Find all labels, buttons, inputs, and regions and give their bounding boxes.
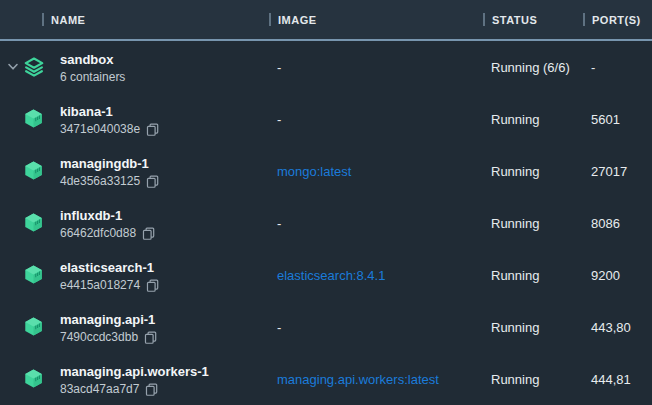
container-status: Running xyxy=(483,268,583,283)
container-ports: 8086 xyxy=(583,216,652,231)
copy-icon[interactable] xyxy=(145,383,158,396)
column-divider xyxy=(42,13,44,26)
name-text: managingdb-1 4de356a33125 xyxy=(60,154,159,189)
container-status: Running xyxy=(483,216,583,231)
container-id: 66462dfc0d88 xyxy=(60,226,136,241)
container-status: Running (6/6) xyxy=(483,60,583,75)
container-status: Running xyxy=(483,164,583,179)
container-ports: 443,80 xyxy=(583,320,652,335)
name-text: managing.api.workers-1 83acd47aa7d7 xyxy=(60,362,209,397)
name-text: elasticsearch-1 e4415a018274 xyxy=(60,258,159,293)
container-ports: 9200 xyxy=(583,268,652,283)
container-name: sandbox xyxy=(60,52,113,67)
container-ports: - xyxy=(583,60,652,75)
column-header-ports[interactable]: PORT(S) xyxy=(583,13,652,26)
table-header: NAME IMAGE STATUS PORT(S) xyxy=(0,0,652,41)
copy-icon[interactable] xyxy=(146,123,159,136)
image-name[interactable]: mongo:latest xyxy=(269,164,483,179)
container-name: managingdb-1 xyxy=(60,156,149,171)
image-name: - xyxy=(269,112,483,127)
container-id: 3471e040038e xyxy=(60,122,140,137)
image-name: - xyxy=(269,60,483,75)
name-text: kibana-1 3471e040038e xyxy=(60,102,159,137)
container-name: managing.api-1 xyxy=(60,312,155,327)
column-header-name[interactable]: NAME xyxy=(0,13,269,26)
name-cell: influxdb-1 66462dfc0d88 xyxy=(0,197,269,249)
container-status: Running xyxy=(483,320,583,335)
name-cell: managing.api.workers-1 83acd47aa7d7 xyxy=(0,353,269,405)
container-id: e4415a018274 xyxy=(60,278,140,293)
container-ports: 27017 xyxy=(583,164,652,179)
column-header-name-label: NAME xyxy=(51,14,85,26)
column-divider xyxy=(583,13,585,26)
container-icon xyxy=(23,368,45,390)
container-ports: 5601 xyxy=(583,112,652,127)
container-id: 7490ccdc3dbb xyxy=(60,330,138,345)
container-ports: 444,81 xyxy=(583,372,652,387)
column-header-ports-label: PORT(S) xyxy=(592,14,641,26)
table-body: sandbox 6 containers - Running (6/6) - xyxy=(0,41,652,405)
column-divider xyxy=(483,13,485,26)
table-row[interactable]: kibana-1 3471e040038e - Running 5601 xyxy=(0,93,652,145)
copy-icon[interactable] xyxy=(146,175,159,188)
container-status: Running xyxy=(483,372,583,387)
table-row[interactable]: managing.api.workers-1 83acd47aa7d7 mana… xyxy=(0,353,652,405)
container-id: 83acd47aa7d7 xyxy=(60,382,139,397)
container-icon xyxy=(23,212,45,234)
table-row[interactable]: elasticsearch-1 e4415a018274 elasticsear… xyxy=(0,249,652,301)
table-row[interactable]: influxdb-1 66462dfc0d88 - Running 8086 xyxy=(0,197,652,249)
image-name: - xyxy=(269,320,483,335)
table-row[interactable]: managingdb-1 4de356a33125 mongo:latest R… xyxy=(0,145,652,197)
container-name: kibana-1 xyxy=(60,104,113,119)
name-cell: managing.api-1 7490ccdc3dbb xyxy=(0,301,269,353)
container-name: managing.api.workers-1 xyxy=(60,364,209,379)
stack-icon xyxy=(23,56,45,78)
name-text: managing.api-1 7490ccdc3dbb xyxy=(60,310,157,345)
copy-icon[interactable] xyxy=(142,227,155,240)
name-cell: sandbox 6 containers xyxy=(0,41,269,93)
copy-icon[interactable] xyxy=(146,279,159,292)
name-cell: elasticsearch-1 e4415a018274 xyxy=(0,249,269,301)
column-header-image[interactable]: IMAGE xyxy=(269,13,483,26)
column-header-image-label: IMAGE xyxy=(278,14,317,26)
column-header-status[interactable]: STATUS xyxy=(483,13,583,26)
image-name[interactable]: managing.api.workers:latest xyxy=(269,372,483,387)
container-id: 4de356a33125 xyxy=(60,174,140,189)
chevron-down-icon[interactable] xyxy=(7,63,19,71)
container-name: elasticsearch-1 xyxy=(60,260,154,275)
container-icon xyxy=(23,264,45,286)
container-status: Running xyxy=(483,112,583,127)
copy-icon[interactable] xyxy=(144,331,157,344)
name-cell: managingdb-1 4de356a33125 xyxy=(0,145,269,197)
name-text: influxdb-1 66462dfc0d88 xyxy=(60,206,155,241)
column-divider xyxy=(269,13,271,26)
column-header-status-label: STATUS xyxy=(492,14,537,26)
containers-table: NAME IMAGE STATUS PORT(S) xyxy=(0,0,652,405)
container-icon xyxy=(23,160,45,182)
container-icon xyxy=(23,108,45,130)
container-id: 6 containers xyxy=(60,70,125,85)
table-row[interactable]: managing.api-1 7490ccdc3dbb - Running 44… xyxy=(0,301,652,353)
image-name[interactable]: elasticsearch:8.4.1 xyxy=(269,268,483,283)
name-cell: kibana-1 3471e040038e xyxy=(0,93,269,145)
name-text: sandbox 6 containers xyxy=(60,50,125,85)
image-name: - xyxy=(269,216,483,231)
container-name: influxdb-1 xyxy=(60,208,122,223)
container-icon xyxy=(23,316,45,338)
table-row[interactable]: sandbox 6 containers - Running (6/6) - xyxy=(0,41,652,93)
